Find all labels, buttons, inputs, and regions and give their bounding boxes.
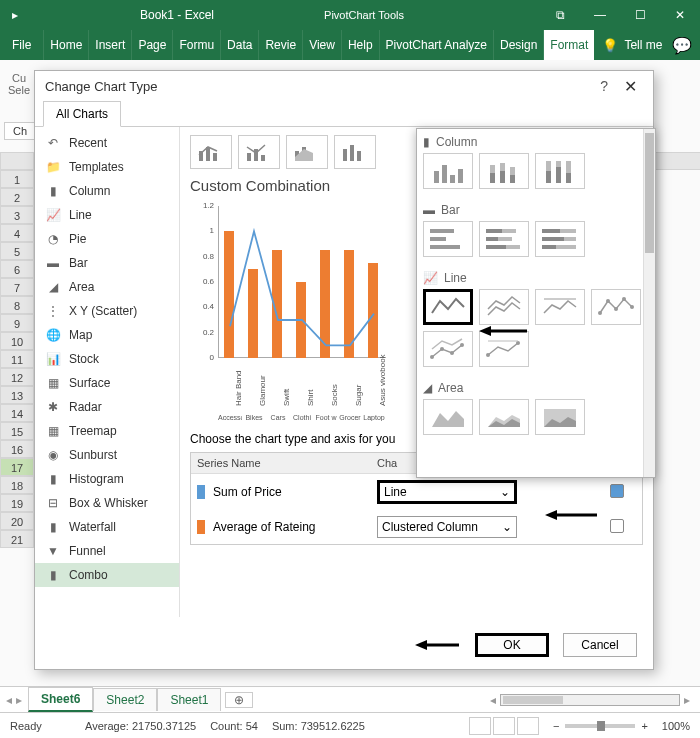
gallery-scrollbar[interactable] xyxy=(643,129,655,477)
page-layout-view-icon[interactable] xyxy=(493,717,515,735)
gallery-bar-100stacked[interactable] xyxy=(535,221,585,257)
window-maximize-icon[interactable]: ☐ xyxy=(620,0,660,30)
row-header[interactable]: 21 xyxy=(0,530,34,548)
row-header[interactable]: 15 xyxy=(0,422,34,440)
sidebar-item-surface[interactable]: ▦Surface xyxy=(35,371,179,395)
combo-subtype-1[interactable] xyxy=(190,135,232,169)
row-header[interactable]: 9 xyxy=(0,314,34,332)
row-header[interactable]: 5 xyxy=(0,242,34,260)
view-buttons[interactable] xyxy=(469,717,539,735)
row-header[interactable]: 14 xyxy=(0,404,34,422)
sidebar-item-histogram[interactable]: ▮Histogram xyxy=(35,467,179,491)
row-header[interactable]: 20 xyxy=(0,512,34,530)
tab-pivotchart-analyze[interactable]: PivotChart Analyze xyxy=(380,30,494,60)
tab-file[interactable]: File xyxy=(0,30,44,60)
gallery-area-basic[interactable] xyxy=(423,399,473,435)
tab-data[interactable]: Data xyxy=(221,30,259,60)
sheet-tab-sheet2[interactable]: Sheet2 xyxy=(93,688,157,711)
horizontal-scrollbar[interactable]: ◂ ▸ xyxy=(253,693,700,707)
gallery-line-100stacked[interactable] xyxy=(535,289,585,325)
sheet-tab-sheet1[interactable]: Sheet1 xyxy=(157,688,221,711)
sidebar-item-radar[interactable]: ✱Radar xyxy=(35,395,179,419)
name-box[interactable]: Ch xyxy=(4,122,36,140)
row-header[interactable]: 19 xyxy=(0,494,34,512)
gallery-area-100stacked[interactable] xyxy=(535,399,585,435)
gallery-column-100stacked[interactable] xyxy=(535,153,585,189)
scroll-right-icon[interactable]: ▸ xyxy=(684,693,690,707)
page-break-view-icon[interactable] xyxy=(517,717,539,735)
gallery-bar-clustered[interactable] xyxy=(423,221,473,257)
gallery-column-stacked[interactable] xyxy=(479,153,529,189)
normal-view-icon[interactable] xyxy=(469,717,491,735)
row-header[interactable]: 1 xyxy=(0,170,34,188)
row-header[interactable]: 2 xyxy=(0,188,34,206)
sidebar-item-line[interactable]: 📈Line xyxy=(35,203,179,227)
sidebar-item-recent[interactable]: ↶Recent xyxy=(35,131,179,155)
sheet-nav-arrows[interactable]: ◂▸ xyxy=(0,693,28,707)
row-header[interactable]: 10 xyxy=(0,332,34,350)
tab-insert[interactable]: Insert xyxy=(89,30,132,60)
chart-type-dropdown[interactable]: Clustered Column⌄ xyxy=(377,516,517,538)
sidebar-item-sunburst[interactable]: ◉Sunburst xyxy=(35,443,179,467)
window-close-icon[interactable]: ✕ xyxy=(660,0,700,30)
tab-page[interactable]: Page xyxy=(132,30,173,60)
window-restore-icon[interactable]: ⧉ xyxy=(540,0,580,30)
scroll-left-icon[interactable]: ◂ xyxy=(490,693,496,707)
zoom-level[interactable]: 100% xyxy=(662,720,690,732)
tab-format[interactable]: Format xyxy=(544,30,594,60)
gallery-line-markers[interactable] xyxy=(591,289,641,325)
gallery-line-stacked-markers[interactable] xyxy=(423,331,473,367)
dialog-close-icon[interactable]: ✕ xyxy=(618,77,643,96)
comments-icon[interactable]: 💬 xyxy=(664,30,700,60)
secondary-axis-checkbox[interactable] xyxy=(610,519,624,533)
row-header[interactable]: 4 xyxy=(0,224,34,242)
tab-review[interactable]: Revie xyxy=(259,30,303,60)
row-header[interactable]: 6 xyxy=(0,260,34,278)
gallery-column-clustered[interactable] xyxy=(423,153,473,189)
secondary-axis-checkbox[interactable] xyxy=(610,484,624,498)
row-header[interactable]: 17 xyxy=(0,458,34,476)
row-header[interactable]: 3 xyxy=(0,206,34,224)
window-minimize-icon[interactable]: — xyxy=(580,0,620,30)
row-header[interactable]: 12 xyxy=(0,368,34,386)
row-header[interactable]: 8 xyxy=(0,296,34,314)
dialog-help-icon[interactable]: ? xyxy=(590,78,618,94)
add-sheet-button[interactable]: ⊕ xyxy=(225,692,253,708)
tab-design[interactable]: Design xyxy=(494,30,544,60)
sidebar-item-treemap[interactable]: ▦Treemap xyxy=(35,419,179,443)
sidebar-item-combo[interactable]: ▮Combo xyxy=(35,563,179,587)
combo-subtype-3[interactable] xyxy=(286,135,328,169)
sidebar-item-pie[interactable]: ◔Pie xyxy=(35,227,179,251)
tab-view[interactable]: View xyxy=(303,30,342,60)
sidebar-item-bar[interactable]: ▬Bar xyxy=(35,251,179,275)
row-header[interactable] xyxy=(0,152,34,170)
chart-type-dropdown[interactable]: Line⌄ xyxy=(377,480,517,504)
gallery-area-stacked[interactable] xyxy=(479,399,529,435)
sidebar-item-map[interactable]: 🌐Map xyxy=(35,323,179,347)
combo-subtype-4[interactable] xyxy=(334,135,376,169)
sidebar-item-funnel[interactable]: ▼Funnel xyxy=(35,539,179,563)
sidebar-item-x-y-scatter-[interactable]: ⋮X Y (Scatter) xyxy=(35,299,179,323)
sidebar-item-waterfall[interactable]: ▮Waterfall xyxy=(35,515,179,539)
tell-me-search[interactable]: 💡 Tell me xyxy=(594,30,664,60)
zoom-slider[interactable]: − + xyxy=(553,720,648,732)
sidebar-item-templates[interactable]: 📁Templates xyxy=(35,155,179,179)
sidebar-item-box-whisker[interactable]: ⊟Box & Whisker xyxy=(35,491,179,515)
zoom-in-icon[interactable]: + xyxy=(641,720,647,732)
tab-all-charts[interactable]: All Charts xyxy=(43,101,121,127)
sidebar-item-column[interactable]: ▮Column xyxy=(35,179,179,203)
row-header[interactable]: 13 xyxy=(0,386,34,404)
ok-button[interactable]: OK xyxy=(475,633,549,657)
combo-subtype-2[interactable] xyxy=(238,135,280,169)
sheet-tab-sheet6[interactable]: Sheet6 xyxy=(28,687,93,712)
tab-help[interactable]: Help xyxy=(342,30,380,60)
sidebar-item-stock[interactable]: 📊Stock xyxy=(35,347,179,371)
row-header[interactable]: 11 xyxy=(0,350,34,368)
gallery-line-stacked[interactable] xyxy=(479,289,529,325)
tab-home[interactable]: Home xyxy=(44,30,89,60)
tab-formulas[interactable]: Formu xyxy=(173,30,221,60)
dialog-titlebar[interactable]: Change Chart Type ? ✕ xyxy=(35,71,653,101)
row-header[interactable]: 7 xyxy=(0,278,34,296)
expand-ribbon-icon[interactable]: ▸ xyxy=(0,8,30,22)
row-header[interactable]: 18 xyxy=(0,476,34,494)
